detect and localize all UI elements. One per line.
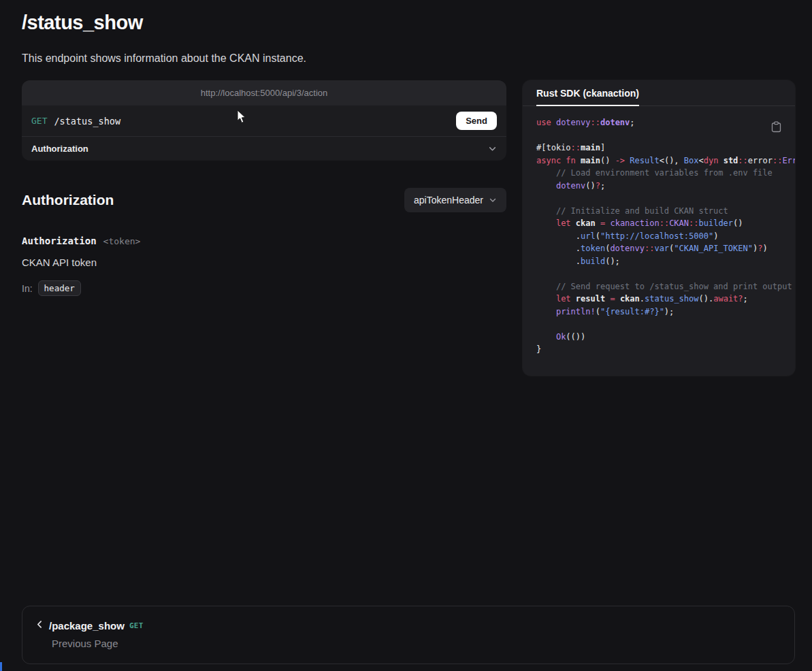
- previous-page-row: /package_show GET: [35, 619, 144, 632]
- code-tab-rust-sdk[interactable]: Rust SDK (ckanaction): [536, 88, 639, 106]
- previous-page-card[interactable]: /package_show GET Previous Page: [22, 606, 795, 664]
- code-block[interactable]: use dotenvy::dotenv; #[tokio::main] asyn…: [523, 106, 795, 356]
- auth-parameter-name: Authorization: [22, 235, 97, 246]
- previous-page-label: Previous Page: [52, 638, 118, 649]
- request-card: http://localhost:5000/api/3/action GET /…: [22, 80, 506, 161]
- request-auth-label: Authorization: [31, 144, 88, 154]
- code-sample-panel: Rust SDK (ckanaction) use dotenvy::doten…: [523, 80, 795, 376]
- auth-parameter-description: CKAN API token: [22, 257, 97, 268]
- auth-in-value-badge: header: [38, 280, 81, 296]
- send-button[interactable]: Send: [456, 112, 497, 130]
- endpoint-path: /status_show: [54, 116, 120, 127]
- base-url-bar[interactable]: http://localhost:5000/api/3/action: [22, 80, 506, 105]
- auth-parameter-row: Authorization <token>: [22, 235, 140, 246]
- clipboard-icon: [771, 125, 781, 135]
- auth-scheme-dropdown[interactable]: apiTokenHeader: [404, 188, 506, 212]
- endpoint-description: This endpoint shows information about th…: [22, 52, 306, 65]
- code-tab-bar: Rust SDK (ckanaction): [523, 80, 795, 106]
- auth-in-label: In:: [22, 283, 33, 294]
- authorization-heading: Authorization: [22, 192, 114, 208]
- api-reference-page: /status_show This endpoint shows informa…: [0, 0, 812, 671]
- http-method-badge: GET: [31, 116, 47, 126]
- auth-in-row: In: header: [22, 280, 81, 296]
- previous-page-method: GET: [129, 621, 144, 630]
- request-auth-accordion[interactable]: Authorization: [22, 136, 506, 161]
- copy-code-button[interactable]: [770, 120, 783, 136]
- previous-page-path: /package_show: [49, 620, 125, 632]
- auth-scheme-selected: apiTokenHeader: [414, 195, 483, 206]
- chevron-down-icon: [488, 144, 497, 153]
- page-title: /status_show: [22, 12, 143, 34]
- authorization-section-header: Authorization apiTokenHeader: [22, 188, 506, 212]
- auth-parameter-placeholder: <token>: [103, 236, 141, 246]
- chevron-left-icon: [35, 619, 44, 632]
- request-row: GET /status_show Send: [22, 105, 506, 136]
- edge-scroll-mark: [0, 662, 2, 671]
- chevron-down-icon: [489, 196, 497, 204]
- base-url-text: http://localhost:5000/api/3/action: [201, 88, 327, 98]
